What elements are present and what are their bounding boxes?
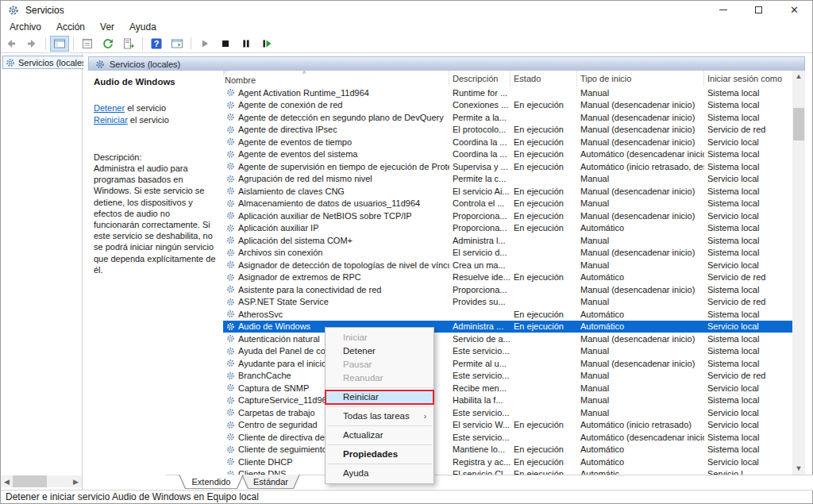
- table-row[interactable]: Aplicación del sistema COM+ Administra l…: [223, 234, 792, 247]
- table-row[interactable]: Aplicación auxiliar de NetBIOS sobre TCP…: [223, 210, 792, 222]
- table-row[interactable]: CaptureService_11d964 Habilita la f... M…: [223, 394, 792, 407]
- table-row[interactable]: Cliente de directiva de grupo Este servi…: [223, 431, 792, 444]
- maximize-button[interactable]: [741, 1, 776, 19]
- table-row[interactable]: Agente de directiva IPsec El protocolo..…: [223, 124, 792, 137]
- cell-iniciar-sesion-como: Sistema local: [704, 248, 792, 257]
- context-menu-item-detener[interactable]: Detener: [326, 344, 433, 358]
- table-row[interactable]: Cliente DNS El servicio Cl... En ejecuci…: [223, 468, 792, 475]
- show-action-pane-button[interactable]: [168, 36, 187, 52]
- stop-service-button[interactable]: [216, 36, 235, 52]
- restart-service-link[interactable]: Reiniciar: [94, 115, 128, 125]
- scroll-down-icon[interactable]: ▼: [792, 463, 805, 475]
- table-row[interactable]: Agrupación de red del mismo nivel Permit…: [223, 173, 792, 186]
- cell-descripcion: Este servicio...: [449, 346, 511, 356]
- menu-ayuda[interactable]: Ayuda: [123, 20, 163, 34]
- cell-estado: En ejecución: [511, 187, 577, 196]
- table-row[interactable]: Aislamiento de claves CNG El servicio Ai…: [223, 185, 792, 198]
- table-row[interactable]: Captura de SNMP Recibe men... Manual Ser…: [223, 382, 792, 394]
- service-name: Agente de eventos del sistema: [238, 149, 357, 159]
- scrollbar-thumb[interactable]: [13, 475, 47, 487]
- service-description: Administra el audio para programas basad…: [94, 163, 217, 275]
- cell-estado: En ejecución: [511, 444, 577, 454]
- close-button[interactable]: ✕: [776, 1, 812, 19]
- scroll-up-icon[interactable]: ▲: [792, 71, 805, 83]
- cell-tipo-de-inicio: Manual: [577, 88, 704, 98]
- list-vertical-scrollbar[interactable]: ▲ ▼: [792, 71, 805, 475]
- table-row[interactable]: AtherosSvc En ejecución Automático Siste…: [223, 308, 792, 321]
- table-row[interactable]: Cliente de seguimiento de vínculos... Ma…: [223, 444, 792, 456]
- tree-horizontal-scrollbar[interactable]: ◀ ▶: [1, 475, 82, 487]
- gear-icon: [226, 457, 235, 466]
- menu-accion[interactable]: Acción: [50, 20, 91, 34]
- scroll-right-icon[interactable]: ▶: [70, 478, 82, 486]
- properties-button[interactable]: [78, 36, 97, 52]
- menu-ver[interactable]: Ver: [94, 20, 121, 34]
- tree-item-servicios-locales[interactable]: Servicios (locales): [2, 56, 92, 69]
- context-menu-item-actualizar[interactable]: Actualizar: [326, 429, 433, 442]
- table-row[interactable]: Ayuda del Panel de control de Soluc... E…: [223, 345, 792, 358]
- column-header-iniciar-sesion-como[interactable]: Iniciar sesión como: [704, 71, 792, 87]
- forward-button[interactable]: [22, 36, 41, 52]
- cell-iniciar-sesion-como: Sistema local: [704, 162, 792, 171]
- help-button[interactable]: ?: [147, 36, 166, 52]
- cell-iniciar-sesion-como: Sistema local: [704, 395, 792, 405]
- tab-extendido[interactable]: Extendido: [179, 475, 244, 489]
- table-row[interactable]: Audio de Windows Administra ... En ejecu…: [223, 321, 792, 333]
- column-header-nombre[interactable]: Nombre^: [223, 71, 449, 87]
- table-row[interactable]: Aplicación auxiliar IP Proporciona... En…: [223, 222, 792, 235]
- scrollbar-thumb[interactable]: [793, 108, 804, 140]
- cell-estado: En ejecución: [511, 125, 577, 134]
- table-row[interactable]: Asignador de detección de topologías de …: [223, 259, 792, 271]
- cell-descripcion: Supervisa y ...: [449, 162, 511, 171]
- cell-descripcion: El servicio W...: [449, 420, 511, 429]
- table-row[interactable]: Asignador de extremos de RPC Resuelve id…: [223, 271, 792, 284]
- table-row[interactable]: Cliente DHCP Registra y ac... En ejecuci…: [223, 456, 792, 468]
- table-row[interactable]: ASP.NET State Service Provides su... Man…: [223, 296, 792, 309]
- stop-service-link[interactable]: Detener: [94, 103, 125, 113]
- table-row[interactable]: Agente de eventos del sistema Coordina l…: [223, 148, 792, 161]
- tree-item-label: Servicios (locales): [18, 58, 89, 67]
- column-header-estado[interactable]: Estado: [511, 71, 577, 87]
- table-row[interactable]: Archivos sin conexión El servicio d... M…: [223, 247, 792, 260]
- cell-estado: En ejecución: [511, 149, 577, 159]
- tab-label: Extendido: [192, 477, 231, 487]
- table-row[interactable]: Agente de supervisión en tiempo de ejecu…: [223, 160, 792, 173]
- start-service-button[interactable]: [195, 36, 214, 52]
- table-row[interactable]: Agent Activation Runtime_11d964 Runtime …: [223, 87, 792, 99]
- pause-service-button[interactable]: [237, 36, 256, 52]
- table-row[interactable]: Centro de seguridad El servicio W... En …: [223, 419, 792, 432]
- scroll-left-icon[interactable]: ◀: [1, 478, 13, 486]
- cell-tipo-de-inicio: Manual: [577, 371, 704, 380]
- table-row[interactable]: Agente de detección en segundo plano de …: [223, 111, 792, 124]
- column-header-descripcion[interactable]: Descripción: [449, 71, 511, 87]
- cell-descripcion: Administra ...: [449, 321, 511, 331]
- restart-service-button[interactable]: [257, 36, 276, 52]
- gear-icon: [95, 60, 105, 69]
- show-console-tree-button[interactable]: [50, 36, 69, 52]
- minimize-button[interactable]: [705, 1, 741, 19]
- cell-descripcion: Provides su...: [449, 297, 511, 306]
- cell-descripcion: Controla el ...: [449, 198, 511, 208]
- table-row[interactable]: Agente de eventos de tiempo Coordina la …: [223, 136, 792, 148]
- back-button[interactable]: [2, 36, 21, 52]
- table-row[interactable]: BranchCache Este servicio... Manual Serv…: [223, 370, 792, 383]
- menu-archivo[interactable]: Archivo: [3, 20, 48, 34]
- table-row[interactable]: Carpetas de trabajo Este servicio... Man…: [223, 406, 792, 419]
- table-row[interactable]: Autenticación natural Servicio de a... M…: [223, 333, 792, 345]
- column-header-tipo-de-inicio[interactable]: Tipo de inicio: [577, 71, 704, 87]
- context-menu-item-todas-las-tareas[interactable]: Todas las tareas›: [326, 410, 433, 423]
- context-menu-item-ayuda[interactable]: Ayuda: [326, 467, 433, 480]
- table-row[interactable]: Almacenamiento de datos de usuarios_11d9…: [223, 198, 792, 210]
- context-menu-item-reiniciar[interactable]: Reiniciar: [326, 391, 433, 404]
- tab-estandar[interactable]: Estándar: [241, 475, 300, 489]
- table-row[interactable]: Ayudante para el inicio de sesión... Per…: [223, 357, 792, 370]
- gear-icon: [226, 248, 235, 257]
- cell-tipo-de-inicio: Automático (desencadenar inicio): [577, 433, 704, 442]
- export-list-button[interactable]: [119, 36, 138, 52]
- refresh-button[interactable]: [98, 36, 118, 52]
- table-row[interactable]: Agente de conexión de red Conexiones ...…: [223, 99, 792, 112]
- table-row[interactable]: Asistente para la conectividad de red Pr…: [223, 283, 792, 296]
- cell-nombre: Agente de eventos del sistema: [223, 149, 449, 159]
- context-menu-item-propiedades[interactable]: Propiedades: [326, 448, 433, 461]
- cell-descripcion: Runtime for ...: [449, 88, 511, 98]
